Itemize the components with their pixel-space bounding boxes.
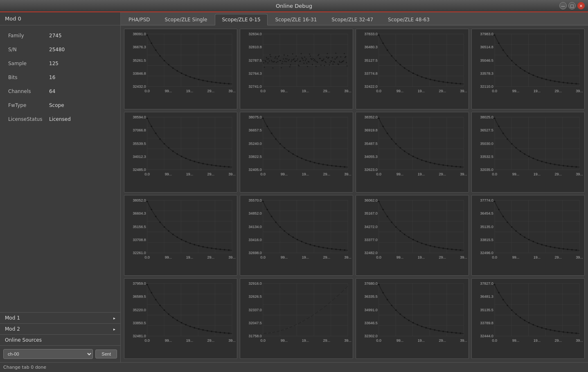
tab-bar: PHA/PSDScope/ZLE SingleScope/ZLE 0-15Sco…	[121, 12, 588, 25]
field-value: Scope	[49, 102, 64, 108]
chart-cell-10	[356, 195, 469, 276]
status-text: Change tab 0 done	[3, 365, 46, 370]
field-value: 2745	[49, 33, 62, 39]
chart-canvas-1	[242, 31, 351, 98]
title-bar: Online Debug — □ ✕	[0, 0, 588, 12]
chart-canvas-15	[473, 280, 583, 347]
chart-canvas-9	[242, 197, 351, 264]
chart-cell-5	[240, 112, 353, 193]
charts-container	[121, 25, 588, 362]
field-row-bits: Bits16	[0, 70, 120, 84]
chart-canvas-0	[126, 31, 235, 98]
chart-cell-14	[356, 278, 469, 359]
chart-canvas-12	[126, 280, 235, 347]
field-label: Bits	[8, 75, 49, 80]
chart-canvas-13	[242, 280, 351, 347]
close-button[interactable]: ✕	[577, 2, 585, 9]
sidebar-bottom: ch-00 ch-01 ch-02 Sent	[0, 345, 120, 362]
tab-scope-zle-0-15[interactable]: Scope/ZLE 0-15	[215, 14, 267, 25]
tab-scope-zle-single[interactable]: Scope/ZLE Single	[158, 14, 214, 25]
chart-canvas-6	[358, 114, 467, 181]
chart-cell-11	[471, 195, 585, 276]
field-value: Licensed	[49, 116, 71, 122]
window-title: Online Debug	[276, 3, 312, 9]
tab-scope-zle-32-47[interactable]: Scope/ZLE 32-47	[324, 14, 380, 25]
chart-cell-3	[471, 29, 585, 109]
chart-canvas-5	[242, 114, 351, 181]
channel-select[interactable]: ch-00 ch-01 ch-02	[3, 349, 93, 359]
field-row-channels: Channels64	[0, 84, 120, 98]
field-row-licensestatus: LicenseStatusLicensed	[0, 112, 120, 126]
field-label: Family	[8, 33, 49, 39]
chart-cell-0	[124, 29, 237, 109]
field-row-family: Family2745	[0, 29, 120, 43]
chart-cell-15	[471, 278, 585, 359]
chart-cell-4	[124, 112, 237, 193]
mod2-notch-icon: ▸	[113, 327, 115, 331]
mod1-label: Mod 1	[5, 315, 20, 321]
field-label: FwType	[8, 102, 49, 108]
sent-button[interactable]: Sent	[95, 349, 117, 358]
field-value: 64	[49, 88, 55, 94]
field-value: 25480	[49, 47, 65, 52]
mod1-notch-icon: ▸	[113, 316, 115, 320]
chart-canvas-3	[473, 31, 583, 98]
sidebar-fields: Family2745S/N25480Sample125Bits16Channel…	[0, 25, 120, 312]
field-row-fwtype: FwTypeScope	[0, 98, 120, 112]
chart-cell-9	[240, 195, 353, 276]
field-label: Channels	[8, 88, 49, 94]
mod0-label: Mod 0	[5, 16, 21, 22]
online-sources-label: Online Sources	[5, 337, 42, 343]
chart-canvas-14	[358, 280, 467, 347]
field-row-sample: Sample125	[0, 57, 120, 70]
sidebar-online-sources[interactable]: Online Sources	[0, 334, 120, 345]
field-label: LicenseStatus	[8, 116, 49, 122]
chart-cell-7	[471, 112, 585, 193]
minimize-button[interactable]: —	[559, 2, 567, 9]
sidebar: Mod 0 Family2745S/N25480Sample125Bits16C…	[0, 12, 121, 362]
chart-canvas-8	[126, 197, 235, 264]
chart-cell-8	[124, 195, 237, 276]
sidebar-mod2[interactable]: Mod 2 ▸	[0, 323, 120, 334]
field-label: Sample	[8, 61, 49, 66]
tab-scope-zle-48-63[interactable]: Scope/ZLE 48-63	[381, 14, 437, 25]
chart-canvas-2	[358, 31, 467, 98]
chart-canvas-7	[473, 114, 583, 181]
content-area: PHA/PSDScope/ZLE SingleScope/ZLE 0-15Sco…	[121, 12, 588, 362]
tab-scope-zle-16-31[interactable]: Scope/ZLE 16-31	[268, 14, 324, 25]
chart-cell-13	[240, 278, 353, 359]
chart-canvas-10	[358, 197, 467, 264]
mod2-label: Mod 2	[5, 326, 20, 332]
maximize-button[interactable]: □	[568, 2, 576, 9]
field-row-s/n: S/N25480	[0, 43, 120, 57]
field-label: S/N	[8, 47, 49, 52]
chart-cell-12	[124, 278, 237, 359]
sidebar-mod1[interactable]: Mod 1 ▸	[0, 312, 120, 323]
chart-cell-2	[356, 29, 469, 109]
chart-cell-6	[356, 112, 469, 193]
chart-canvas-11	[473, 197, 583, 264]
field-value: 16	[49, 75, 55, 80]
field-value: 125	[49, 61, 59, 66]
chart-cell-1	[240, 29, 353, 109]
chart-canvas-4	[126, 114, 235, 181]
tab-pha-psd[interactable]: PHA/PSD	[122, 14, 157, 25]
status-bar: Change tab 0 done	[0, 362, 588, 372]
sidebar-mod0-header: Mod 0	[0, 12, 120, 25]
